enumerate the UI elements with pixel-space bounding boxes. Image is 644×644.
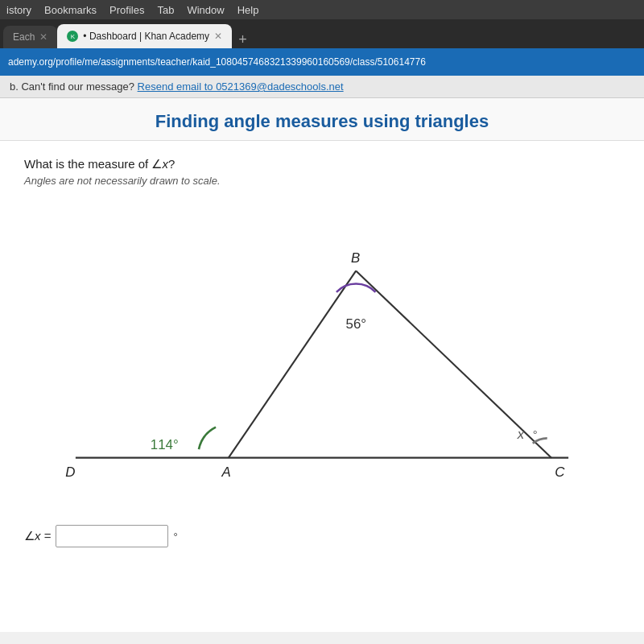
svg-text:x: x bbox=[517, 427, 525, 442]
svg-text:D: D bbox=[65, 464, 75, 480]
svg-text:A: A bbox=[221, 464, 230, 480]
note-text: Angles are not necessarily drawn to scal… bbox=[24, 175, 620, 187]
menu-item-window[interactable]: Window bbox=[187, 4, 224, 16]
svg-text:114°: 114° bbox=[151, 437, 179, 452]
tab-bar: Each ✕ K • Dashboard | Khan Academy ✕ + bbox=[0, 19, 644, 48]
tab-each[interactable]: Each ✕ bbox=[3, 26, 57, 48]
tab-khan-academy[interactable]: K • Dashboard | Khan Academy ✕ bbox=[57, 24, 232, 48]
menu-item-tab[interactable]: Tab bbox=[157, 4, 174, 16]
question-text: What is the measure of ∠x? bbox=[24, 157, 620, 171]
menu-bar: istory Bookmarks Profiles Tab Window Hel… bbox=[0, 0, 644, 19]
answer-label: ∠x = bbox=[24, 529, 51, 543]
menu-item-help[interactable]: Help bbox=[237, 4, 259, 16]
khan-favicon: K bbox=[67, 31, 78, 42]
answer-input[interactable] bbox=[56, 525, 168, 547]
new-tab-button[interactable]: + bbox=[232, 31, 254, 48]
content-area: What is the measure of ∠x? Angles are no… bbox=[0, 141, 644, 632]
notification-bar: b. Can't find our message? Resend email … bbox=[0, 76, 644, 98]
menu-item-history[interactable]: istory bbox=[6, 4, 31, 16]
page-title: Finding angle measures using triangles bbox=[0, 98, 644, 141]
svg-line-1 bbox=[229, 270, 356, 457]
url-bar[interactable]: ademy.org/profile/me/assignments/teacher… bbox=[0, 48, 644, 76]
tab-label-khan: • Dashboard | Khan Academy bbox=[83, 31, 209, 42]
menu-item-profiles[interactable]: Profiles bbox=[109, 4, 144, 16]
url-text: ademy.org/profile/me/assignments/teacher… bbox=[8, 56, 426, 68]
svg-text:B: B bbox=[351, 250, 360, 266]
degree-symbol: ° bbox=[173, 530, 177, 543]
resend-email-link[interactable]: Resend email to 0521369@dadeschools.net bbox=[138, 80, 344, 93]
tab-close-khan[interactable]: ✕ bbox=[214, 31, 222, 42]
notification-prefix: b. Can't find our message? bbox=[10, 80, 134, 93]
menu-item-bookmarks[interactable]: Bookmarks bbox=[44, 4, 97, 16]
tab-label: Each bbox=[13, 31, 35, 43]
svg-text:C: C bbox=[555, 464, 565, 480]
triangle-diagram: 56° 114° x ° B D A C bbox=[24, 203, 620, 509]
diagram-container: 56° 114° x ° B D A C bbox=[24, 203, 620, 509]
tab-close-each[interactable]: ✕ bbox=[39, 31, 47, 43]
svg-text:56°: 56° bbox=[346, 316, 367, 332]
answer-area: ∠x = ° bbox=[24, 525, 620, 547]
svg-text:°: ° bbox=[533, 428, 538, 441]
